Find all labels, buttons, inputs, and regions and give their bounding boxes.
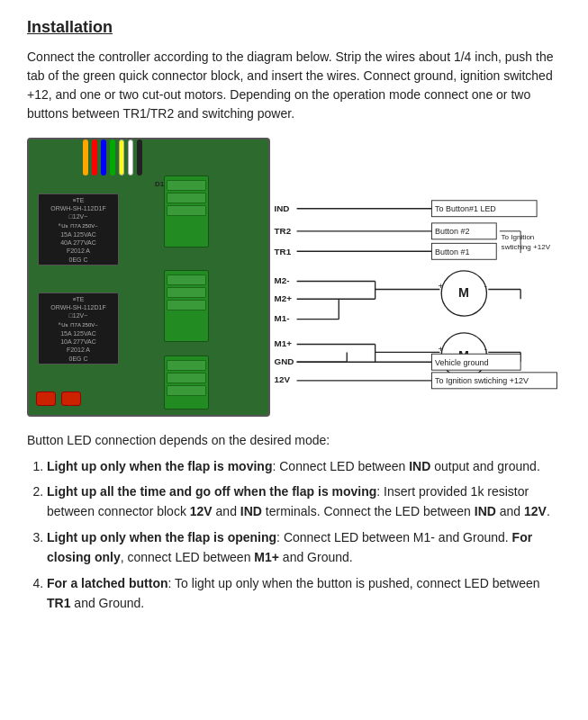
wire-yellow: [119, 140, 124, 176]
label-m2plus: M2+: [274, 293, 292, 303]
relay1-oeg: 0EG C: [41, 256, 116, 264]
label-tr2: TR2: [274, 226, 291, 236]
relay2-code: F2012 A: [41, 346, 116, 354]
relay2-brand: ≡TE: [41, 295, 116, 303]
motor1-minus: -: [484, 281, 487, 291]
li4-tr1: TR1: [47, 596, 70, 610]
instructions-list: Light up only when the flap is moving: C…: [47, 456, 561, 614]
connector-top: [164, 176, 209, 248]
wire-bundle: [83, 140, 142, 176]
label-m2minus: M2-: [274, 275, 289, 285]
connector-bot: [164, 356, 209, 410]
label-vehicle-ground: Vehicle ground: [435, 358, 488, 367]
relay2-ul: ᴿUs: [59, 321, 68, 328]
terminal-12v: [167, 385, 206, 396]
bullet-section: Button LED connection depends on the des…: [27, 431, 561, 613]
terminal-m1minus: [167, 300, 206, 310]
wiring-svg: IND TR2 TR1 M2- M2+ M1- M1+ GND 12V To B…: [270, 138, 561, 417]
relay2-oeg: 0EG C: [41, 355, 116, 363]
motor1-label: M: [458, 285, 469, 300]
relay1-brand: ≡TE: [41, 196, 116, 204]
wire-green: [110, 140, 115, 176]
li2-12v: 12V: [190, 504, 213, 518]
list-item-4: For a latched button: To light up only w…: [47, 573, 561, 614]
terminal-m2minus: [167, 274, 206, 285]
led-2: [61, 392, 81, 406]
label-button1: Button #1: [435, 248, 469, 256]
led-indicators: [36, 392, 81, 406]
label-swtiching-12v-top: swtiching +12V: [502, 243, 551, 251]
relay1-amps: ⊓7A 250V~: [70, 222, 98, 229]
li1-ind: IND: [409, 459, 430, 473]
li3-bold: Light up only when the flap is opening: [47, 530, 276, 544]
relay1-model: ORWH-SH-112D1F: [41, 204, 116, 212]
list-item-2: Light up all the time and go off when th…: [47, 482, 561, 522]
wire-blue: [101, 140, 106, 176]
label-to-button1-led: To Button#1 LED: [435, 204, 496, 213]
relay2-rating2: 10A 277VAC: [41, 338, 116, 346]
relay1-voltage: □12V~: [41, 212, 116, 220]
terminal-row-mid: [165, 271, 208, 314]
label-button2: Button #2: [435, 227, 469, 236]
label-gnd: GND: [274, 356, 294, 366]
label-m1minus: M1-: [274, 313, 289, 323]
li2-ind2: IND: [475, 504, 496, 518]
label-ind: IND: [274, 203, 289, 213]
li2-bold: Light up all the time and go off when th…: [47, 484, 376, 499]
terminal-row-top: [165, 176, 208, 220]
relay2-amps: ⊓7A 250V~: [70, 321, 98, 328]
relay2: ≡TE ORWH-SH-112D1F □12V~ ᴿUs ⊓7A 250V~ 1…: [38, 292, 119, 364]
list-item-3: Light up only when the flap is opening: …: [47, 527, 561, 568]
connector-mid: [164, 270, 209, 342]
relay2-voltage: □12V~: [41, 311, 116, 320]
pcb-board: D1 D2 ≡TE ORWH-SH-112D1F □12V~ ᴿUs ⊓7A 2…: [27, 138, 270, 417]
li4-bold: For a latched button: [47, 576, 168, 590]
label-to-ignition-top: To Ignition: [502, 233, 535, 241]
li3-m1plus: M1+: [254, 550, 279, 564]
led-1: [36, 392, 56, 406]
terminal-m2plus: [167, 287, 206, 298]
list-item-1: Light up only when the flap is moving: C…: [47, 456, 561, 476]
d1-label: D1: [155, 180, 164, 188]
intro-text: Connect the controller according to the …: [27, 48, 561, 123]
terminal-m1plus: [167, 360, 206, 371]
wire-white: [128, 140, 133, 176]
terminal-ind: [167, 180, 206, 191]
wiring-diagram: IND TR2 TR1 M2- M2+ M1- M1+ GND 12V To B…: [270, 138, 561, 417]
label-tr1: TR1: [274, 247, 291, 256]
terminal-tr2: [167, 193, 206, 203]
label-m1plus: M1+: [274, 338, 292, 348]
wire-red: [92, 140, 97, 176]
terminal-gnd: [167, 373, 206, 383]
relay1-code: F2012 A: [41, 247, 116, 255]
diagram-container: D1 D2 ≡TE ORWH-SH-112D1F □12V~ ᴿUs ⊓7A 2…: [27, 138, 561, 417]
li2-12v2: 12V: [524, 504, 547, 518]
li1-bold: Light up only when the flap is moving: [47, 459, 272, 473]
label-to-ignition-12v: To Ignition swtiching +12V: [435, 376, 529, 385]
terminal-tr1: [167, 205, 206, 216]
page-title: Installation: [27, 18, 561, 37]
relay1-rating1: 15A 125VAC: [41, 230, 116, 238]
li2-ind1: IND: [240, 504, 262, 518]
button-led-intro: Button LED connection depends on the des…: [27, 431, 561, 451]
motor2-minus: -: [484, 344, 487, 354]
wire-black: [137, 140, 142, 176]
label-12v: 12V: [274, 374, 290, 384]
relay1-ul: ᴿUs: [59, 222, 68, 229]
wire-orange: [83, 140, 88, 176]
relay1: ≡TE ORWH-SH-112D1F □12V~ ᴿUs ⊓7A 250V~ 1…: [38, 194, 119, 266]
relay2-rating1: 15A 125VAC: [41, 329, 116, 338]
terminal-row-bot: [165, 356, 208, 400]
relay1-rating2: 40A 277VAC: [41, 238, 116, 247]
relay2-model: ORWH-SH-112D1F: [41, 303, 116, 311]
